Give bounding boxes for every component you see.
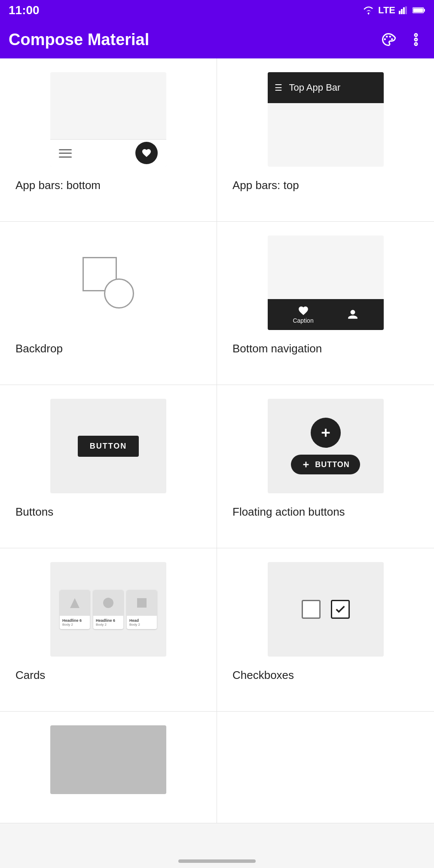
card-shape-icon-1 xyxy=(68,596,82,610)
label-checkboxes: Checkboxes xyxy=(226,669,425,682)
signal-icon xyxy=(399,6,409,15)
preview-bottom-nav: Caption xyxy=(268,235,384,330)
label-app-bars-top: App bars: top xyxy=(226,179,425,192)
svg-point-13 xyxy=(415,43,417,46)
svg-rect-0 xyxy=(399,11,400,14)
card-body-2: Body 2 xyxy=(96,623,121,627)
top-bar-title-text: Top App Bar xyxy=(289,82,341,93)
wifi-icon xyxy=(363,6,375,15)
top-bar-menu-icon: ☰ xyxy=(275,83,282,93)
hamburger-icon xyxy=(59,149,72,158)
preview-fab: BUTTON xyxy=(268,399,384,493)
svg-rect-1 xyxy=(401,9,403,14)
grid-item-checkboxes[interactable]: Checkboxes xyxy=(217,548,434,712)
svg-marker-18 xyxy=(70,598,79,608)
bottom-nav-item-heart: Caption xyxy=(293,305,313,324)
card-headline-3: Head xyxy=(129,618,154,623)
card-body-3: Body 2 xyxy=(129,623,154,627)
card-shape-icon-2 xyxy=(101,596,115,610)
label-cards: Cards xyxy=(9,669,208,682)
top-bar-preview: ☰ Top App Bar xyxy=(268,72,384,103)
card-shape-icon-3 xyxy=(135,596,149,610)
card-item-1: Headline 6 Body 2 xyxy=(60,590,90,629)
person-nav-icon xyxy=(347,309,358,320)
grid-item-partial-left[interactable] xyxy=(0,712,217,823)
svg-point-7 xyxy=(384,38,386,40)
preview-buttons: BUTTON xyxy=(50,399,166,493)
preview-partial-left xyxy=(50,725,166,794)
palette-icon xyxy=(381,32,396,47)
card-image-3 xyxy=(127,590,157,616)
app-bar-actions xyxy=(379,30,425,49)
backdrop-circle xyxy=(104,278,134,309)
status-icons: LTE xyxy=(363,5,425,16)
svg-rect-3 xyxy=(405,6,407,14)
svg-point-12 xyxy=(415,38,417,41)
card-headline-2: Headline 6 xyxy=(96,618,121,623)
card-item-2: Headline 6 Body 2 xyxy=(93,590,123,629)
card-body-1: Body 2 xyxy=(62,623,87,627)
svg-point-10 xyxy=(391,38,393,40)
checkbox-unchecked xyxy=(302,600,321,619)
svg-point-8 xyxy=(386,36,388,38)
preview-button: BUTTON xyxy=(78,436,139,457)
svg-point-19 xyxy=(103,598,113,608)
status-bar: 11:00 LTE xyxy=(0,0,434,21)
more-options-button[interactable] xyxy=(406,30,425,49)
preview-backdrop xyxy=(50,235,166,330)
label-buttons: Buttons xyxy=(9,505,208,519)
grid-item-buttons[interactable]: BUTTON Buttons xyxy=(0,385,217,548)
app-bar-title: Compose Material xyxy=(9,31,149,49)
bottom-nav-bar-preview: Caption xyxy=(268,299,384,330)
bottom-bar-fab xyxy=(135,142,158,164)
grid-item-backdrop[interactable]: Backdrop xyxy=(0,222,217,385)
bottom-bar-preview xyxy=(50,139,166,167)
svg-point-11 xyxy=(415,34,417,37)
grid-item-fab[interactable]: BUTTON Floating action buttons xyxy=(217,385,434,548)
fab-extended-label: BUTTON xyxy=(315,460,350,469)
plus-icon xyxy=(319,426,333,440)
lte-icon: LTE xyxy=(378,5,395,16)
svg-rect-6 xyxy=(413,9,423,12)
card-text-3: Head Body 2 xyxy=(127,616,157,629)
fab-extended-preview: BUTTON xyxy=(291,455,360,474)
status-time: 11:00 xyxy=(9,3,40,17)
card-text-1: Headline 6 Body 2 xyxy=(60,616,90,629)
card-item-3: Head Body 2 xyxy=(127,590,157,629)
bottom-nav-caption: Caption xyxy=(293,317,313,324)
battery-icon xyxy=(413,6,425,15)
svg-point-9 xyxy=(389,36,391,38)
plus-extended-icon xyxy=(301,460,311,469)
preview-checkboxes xyxy=(268,562,384,657)
label-fab: Floating action buttons xyxy=(226,505,425,519)
grid-item-app-bars-top[interactable]: ☰ Top App Bar App bars: top xyxy=(217,58,434,222)
card-image-2 xyxy=(93,590,123,616)
grid-item-cards[interactable]: Headline 6 Body 2 Headline 6 Body 2 xyxy=(0,548,217,712)
bottom-nav-item-person xyxy=(347,309,358,320)
home-indicator xyxy=(178,859,256,863)
grid-item-bottom-navigation[interactable]: Caption Bottom navigation xyxy=(217,222,434,385)
heart-nav-icon xyxy=(298,305,309,316)
backdrop-shapes xyxy=(83,257,134,309)
heart-icon xyxy=(141,148,152,158)
preview-bottom-bar xyxy=(50,72,166,167)
cards-inner: Headline 6 Body 2 Headline 6 Body 2 xyxy=(60,590,157,629)
preview-top-bar: ☰ Top App Bar xyxy=(268,72,384,167)
component-grid: App bars: bottom ☰ Top App Bar App bars:… xyxy=(0,58,434,823)
app-bar: Compose Material xyxy=(0,21,434,58)
fab-circle-preview xyxy=(311,418,341,448)
card-text-2: Headline 6 Body 2 xyxy=(93,616,123,629)
svg-rect-2 xyxy=(403,7,405,14)
svg-rect-5 xyxy=(424,9,425,12)
card-headline-1: Headline 6 xyxy=(62,618,87,623)
checkmark-icon xyxy=(334,603,346,615)
palette-button[interactable] xyxy=(379,30,398,49)
label-app-bars-bottom: App bars: bottom xyxy=(9,179,208,192)
label-backdrop: Backdrop xyxy=(9,342,208,355)
label-bottom-navigation: Bottom navigation xyxy=(226,342,425,355)
grid-item-partial-right[interactable] xyxy=(217,712,434,823)
checkbox-checked xyxy=(331,600,350,619)
grid-item-app-bars-bottom[interactable]: App bars: bottom xyxy=(0,58,217,222)
more-vert-icon xyxy=(408,32,424,47)
svg-rect-20 xyxy=(137,598,147,608)
